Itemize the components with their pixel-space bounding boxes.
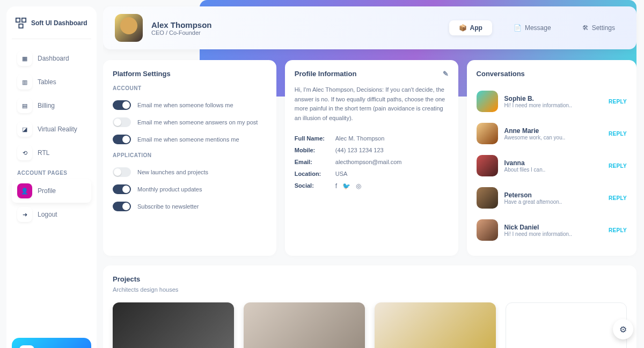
reply-button[interactable]: REPLY bbox=[609, 195, 627, 201]
nav-label: Profile bbox=[38, 187, 56, 195]
setting-row: Email me when someone follows me bbox=[113, 97, 267, 114]
toggle[interactable] bbox=[113, 135, 131, 144]
tab-label: Settings bbox=[592, 24, 615, 32]
conv-name: Nick Daniel bbox=[504, 224, 603, 231]
info-value: USA bbox=[335, 171, 348, 177]
setting-label: Monthly product updates bbox=[137, 186, 202, 192]
project-image[interactable] bbox=[113, 302, 234, 348]
facebook-icon[interactable]: f bbox=[335, 182, 337, 190]
profile-info-card: Profile Information✎ Hi, I'm Alec Thomps… bbox=[285, 60, 458, 256]
gear-icon: ⚙ bbox=[619, 324, 627, 335]
nav-label: Logout bbox=[38, 211, 57, 218]
conversation-row: Peterson Have a great afternoon.. REPLY bbox=[477, 182, 627, 214]
brand[interactable]: Soft UI Dashboard bbox=[12, 15, 91, 39]
avatar bbox=[477, 123, 498, 144]
tab-label: App bbox=[470, 24, 482, 32]
reply-button[interactable]: REPLY bbox=[609, 227, 627, 233]
projects-sub: Architects design houses bbox=[113, 286, 627, 293]
toggle[interactable] bbox=[113, 117, 131, 127]
nav-icon: ▥ bbox=[17, 75, 32, 90]
section-account: Account bbox=[113, 85, 267, 91]
user-role: CEO / Co-Founder bbox=[151, 29, 212, 36]
project-image[interactable] bbox=[375, 302, 496, 348]
toggle[interactable] bbox=[113, 100, 131, 110]
nav-icon: ▤ bbox=[17, 98, 32, 113]
new-project-button[interactable]: ＋ New project bbox=[506, 302, 627, 348]
nav-icon: ⟲ bbox=[17, 145, 32, 160]
card-title: Projects bbox=[113, 275, 627, 283]
sidebar-item-virtual-reality[interactable]: ◪ Virtual Reality bbox=[12, 117, 91, 141]
info-key: Email: bbox=[295, 159, 335, 165]
help-card: ★ Need help? Access Product Page DJANGO … bbox=[12, 338, 91, 348]
tab-icon: 📄 bbox=[514, 24, 522, 32]
nav-icon: 👤 bbox=[17, 183, 32, 198]
info-key: Location: bbox=[295, 171, 335, 177]
sidebar-item-logout[interactable]: ➜ Logout bbox=[12, 203, 91, 226]
twitter-icon[interactable]: 🐦 bbox=[342, 182, 350, 190]
section-application: Application bbox=[113, 152, 267, 158]
project-card: Project #1 Scandinavian Music is somethi… bbox=[244, 302, 365, 348]
sidebar-item-tables[interactable]: ▥ Tables bbox=[12, 70, 91, 94]
nav-icon: ➜ bbox=[17, 207, 32, 222]
sidebar-item-rtl[interactable]: ⟲ RTL bbox=[12, 141, 91, 165]
conv-name: Ivanna bbox=[504, 159, 603, 167]
tab-settings[interactable]: 🛠 Settings bbox=[573, 20, 625, 35]
user-name: Alex Thompson bbox=[151, 20, 212, 29]
svg-rect-0 bbox=[16, 18, 20, 22]
setting-label: Email me when someone follows me bbox=[137, 102, 233, 108]
edit-icon[interactable]: ✎ bbox=[443, 70, 449, 78]
info-row: Email: alecthompson@mail.com bbox=[295, 156, 449, 168]
profile-header: Alex Thompson CEO / Co-Founder 📦 App 📄 M… bbox=[103, 6, 636, 49]
nav-label: Dashboard bbox=[38, 55, 69, 62]
tab-message[interactable]: 📄 Message bbox=[504, 20, 561, 35]
conversation-row: Ivanna About files I can.. REPLY bbox=[477, 150, 627, 182]
setting-label: Subscribe to newsletter bbox=[137, 203, 199, 210]
setting-row: Email me when someone answers on my post bbox=[113, 114, 267, 131]
info-row: Mobile: (44) 123 1234 123 bbox=[295, 144, 449, 156]
toggle[interactable] bbox=[113, 184, 131, 194]
svg-rect-1 bbox=[22, 18, 26, 22]
info-key: Full Name: bbox=[295, 135, 335, 142]
reply-button[interactable]: REPLY bbox=[609, 99, 627, 105]
header-tabs: 📦 App 📄 Message 🛠 Settings bbox=[449, 20, 625, 35]
setting-label: New launches and projects bbox=[137, 169, 208, 175]
conversation-row: Anne Marie Awesome work, can you.. REPLY bbox=[477, 117, 627, 150]
sidebar: Soft UI Dashboard ▦ Dashboard ▥ Tables ▤… bbox=[6, 6, 97, 348]
reply-button[interactable]: REPLY bbox=[609, 131, 627, 137]
card-title: Conversations bbox=[477, 70, 627, 78]
avatar bbox=[115, 14, 143, 42]
info-value: alecthompson@mail.com bbox=[335, 159, 402, 165]
tab-label: Message bbox=[525, 24, 551, 32]
tab-icon: 📦 bbox=[459, 24, 467, 32]
nav-icon: ◪ bbox=[17, 122, 32, 137]
conversation-row: Sophie B. Hi! I need more information.. … bbox=[477, 85, 627, 117]
toggle[interactable] bbox=[113, 202, 131, 211]
setting-label: Email me when someone answers on my post bbox=[137, 119, 258, 125]
nav-label: Billing bbox=[38, 102, 55, 109]
conv-message: Awesome work, can you.. bbox=[504, 135, 603, 140]
info-row: Full Name: Alec M. Thompson bbox=[295, 132, 449, 144]
toggle[interactable] bbox=[113, 167, 131, 177]
card-title: Platform Settings bbox=[113, 70, 267, 78]
project-card: Project #2 Modern As Uber works through … bbox=[113, 302, 234, 348]
sidebar-item-billing[interactable]: ▤ Billing bbox=[12, 94, 91, 117]
brand-label: Soft UI Dashboard bbox=[31, 19, 87, 27]
conv-message: Hi! I need more information.. bbox=[504, 102, 603, 108]
settings-fab[interactable]: ⚙ bbox=[613, 319, 633, 339]
sidebar-item-profile[interactable]: 👤 Profile bbox=[12, 179, 91, 203]
setting-row: New launches and projects bbox=[113, 164, 267, 181]
sidebar-item-dashboard[interactable]: ▦ Dashboard bbox=[12, 47, 91, 70]
setting-row: Monthly product updates bbox=[113, 181, 267, 198]
card-title: Profile Information✎ bbox=[295, 70, 449, 78]
section-account-pages: Account Pages bbox=[12, 165, 91, 179]
avatar bbox=[477, 219, 498, 241]
conv-name: Anne Marie bbox=[504, 127, 603, 135]
instagram-icon[interactable]: ◎ bbox=[356, 182, 361, 190]
nav-label: Virtual Reality bbox=[38, 125, 77, 133]
conv-message: Have a great afternoon.. bbox=[504, 199, 603, 205]
avatar bbox=[477, 155, 498, 176]
project-image[interactable] bbox=[244, 302, 365, 348]
tab-app[interactable]: 📦 App bbox=[449, 20, 492, 35]
reply-button[interactable]: REPLY bbox=[609, 163, 627, 169]
avatar bbox=[477, 187, 498, 209]
